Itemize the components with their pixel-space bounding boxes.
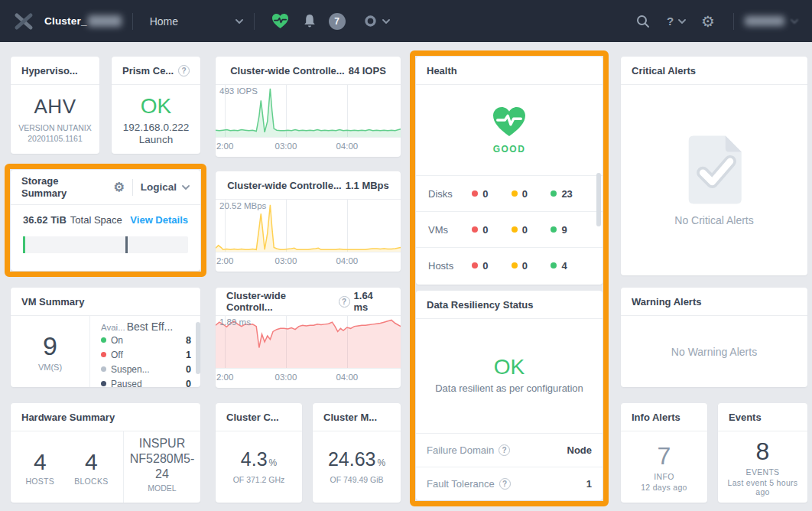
blocks-stat: 4 BLOCKS: [74, 449, 108, 486]
vm-row-paused: Paused 0: [101, 376, 191, 387]
chevron-down-icon: [182, 185, 190, 190]
good-dot: [551, 226, 557, 233]
chevron-down-icon: [678, 19, 686, 24]
user-menu[interactable]: [745, 16, 798, 26]
storage-threshold-marker: [125, 236, 128, 253]
widget-health: Health GOOD Disks 0 0 23 VMs 0 0 9 Hosts…: [416, 57, 603, 285]
widget-cluster-cpu: Cluster C... 4.3 % OF 371.2 GHz: [216, 403, 302, 503]
prism-launch-link[interactable]: Launch: [139, 134, 173, 145]
document-check-icon: [686, 135, 742, 205]
storage-mode-dropdown[interactable]: Logical: [141, 181, 190, 193]
help-icon[interactable]: ?: [339, 296, 350, 308]
x-tick-label: 03:00: [275, 256, 297, 265]
events-label: EVENTS: [746, 467, 780, 477]
nutanix-logo-icon[interactable]: [14, 12, 34, 31]
critical-dot: [472, 226, 478, 233]
widget-title: Hyperviso...: [11, 57, 99, 85]
widget-cluster-memory: Cluster M... 24.63 % OF 749.49 GiB: [313, 403, 401, 503]
widget-events: Events 8 EVENTS Last event 5 hours ago: [718, 403, 807, 503]
health-row-disks[interactable]: Disks 0 0 23: [416, 175, 603, 211]
health-heart-icon: [492, 106, 527, 138]
widget-hypervisor-summary: Hyperviso... AHV VERSION NUTANIX 2020110…: [11, 57, 99, 154]
widget-hardware-summary: Hardware Summary 4 HOSTS 4 BLOCKS INSPUR…: [11, 403, 200, 503]
info-alert-time: 12 days ago: [641, 483, 687, 492]
help-icon[interactable]: ?: [499, 444, 510, 456]
settings-gear-icon[interactable]: ⚙: [701, 14, 715, 29]
help-icon[interactable]: ?: [499, 478, 511, 490]
hypervisor-value: AHV: [34, 95, 76, 119]
widget-title: Health: [416, 57, 603, 85]
notifications-bell-icon[interactable]: [303, 14, 317, 28]
prism-address: 192.168.0.222: [123, 122, 189, 133]
widget-title: Cluster C...: [216, 403, 302, 431]
chart-plot-area: 493 IOPS: [216, 85, 401, 137]
vm-count: 9: [43, 331, 57, 361]
x-tick-label: 2:00: [216, 142, 233, 151]
nav-menu-home[interactable]: Home: [150, 15, 243, 28]
cluster-name-label: Cluster_: [44, 15, 87, 27]
help-icon[interactable]: ?: [178, 65, 190, 76]
events-time: Last event 5 hours ago: [723, 478, 803, 496]
scrollbar-thumb[interactable]: [596, 173, 601, 226]
widget-title: Data Resiliency Status: [416, 291, 603, 319]
critical-dot: [472, 190, 478, 197]
widget-title: Hardware Summary: [11, 403, 200, 431]
warning-dot: [512, 226, 518, 233]
chart-title: Cluster-wide Controlle...: [230, 65, 345, 76]
y-axis-max-label: 493 IOPS: [219, 86, 258, 96]
widget-storage-summary: Storage Summary ⚙ Logical 36.62 TiB Tota…: [11, 170, 200, 271]
x-tick-label: 04:00: [336, 256, 358, 265]
status-dot: [101, 366, 106, 372]
info-alert-count: 7: [658, 442, 671, 470]
help-icon: ?: [667, 15, 674, 28]
memory-capacity: OF 749.49 GiB: [330, 474, 383, 485]
health-row-vms[interactable]: VMs 0 0 9: [416, 211, 603, 247]
view-details-link[interactable]: View Details: [130, 214, 188, 226]
prism-status: OK: [141, 94, 171, 119]
search-icon[interactable]: [636, 15, 650, 28]
hardware-model: INSPUR NF5280M5-24: [128, 436, 196, 482]
x-tick-label: 04:00: [336, 373, 358, 382]
empty-state-text: No Warning Alerts: [671, 346, 757, 358]
health-row-hosts[interactable]: Hosts 0 0 4: [416, 247, 603, 283]
tasks-menu[interactable]: [364, 15, 390, 28]
memory-usage-value: 24.63: [328, 448, 376, 470]
divider: [254, 13, 255, 30]
warning-dot: [512, 190, 518, 197]
chart-plot-area: 20.52 MBps: [216, 200, 401, 252]
scrollbar-thumb[interactable]: [196, 322, 200, 374]
widget-vm-summary: VM Summary 9 VM(S) Avai... Best Eff... O…: [11, 288, 200, 387]
resiliency-row-fault-tolerance: Fault Tolerance ? 1: [416, 467, 603, 500]
hardware-model-label: MODEL: [128, 483, 196, 493]
widget-prism-central: Prism Ce... ? OK 192.168.0.222 Launch: [112, 57, 200, 154]
x-axis-labels: 2:0003:0004:00: [216, 137, 401, 156]
x-tick-label: 2:00: [216, 373, 233, 382]
x-tick-label: 03:00: [275, 373, 297, 382]
vm-count-label: VM(S): [38, 363, 62, 372]
chart-current-value: 1.64 ms: [354, 290, 390, 313]
divider: [132, 179, 133, 196]
empty-state-text: No Critical Alerts: [674, 214, 753, 226]
prism-dashboard: Cluster_ Home 7: [0, 0, 812, 511]
help-menu[interactable]: ?: [667, 15, 686, 28]
widget-critical-alerts: Critical Alerts No Critical Alerts: [621, 57, 807, 275]
x-axis-labels: 2:0003:0004:00: [216, 252, 401, 271]
widget-title: VM Summary: [11, 288, 200, 316]
notification-count-badge[interactable]: 7: [329, 13, 346, 30]
cluster-name-redacted: [88, 15, 122, 27]
status-dot: [101, 352, 106, 357]
storage-total-label: Total Space: [70, 214, 122, 226]
gear-icon[interactable]: ⚙: [113, 181, 124, 194]
x-axis-labels: 2:0003:0004:00: [216, 368, 401, 387]
y-axis-max-label: 1.89 ms: [219, 317, 251, 327]
health-status-label: GOOD: [493, 144, 526, 155]
hypervisor-version: VERSION NUTANIX 20201105.1161: [17, 122, 93, 144]
nav-home-label: Home: [150, 15, 178, 28]
vm-column-availability: Avai...: [101, 323, 125, 332]
widget-chart-bandwidth: Cluster-wide Controlle... 1.1 MBps 20.52…: [216, 171, 401, 272]
widget-title: Storage Summary: [21, 175, 83, 199]
widget-title: Info Alerts: [621, 403, 707, 431]
status-dot: [101, 337, 106, 343]
x-tick-label: 03:00: [275, 142, 297, 151]
health-heart-icon[interactable]: [271, 13, 289, 29]
